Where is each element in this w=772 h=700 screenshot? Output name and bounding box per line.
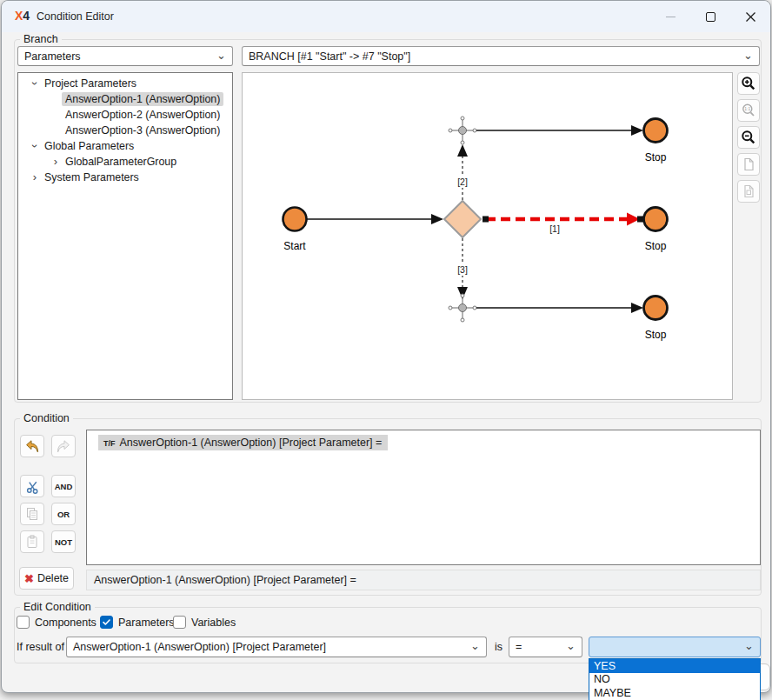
undo-button[interactable] [20,435,44,457]
condition-status-field: AnswerOption-1 (AnswerOption) [Project P… [86,570,761,590]
tree-item-answeroption-3[interactable]: AnswerOption-3 (AnswerOption) [18,123,232,138]
chevron-expanded-icon[interactable]: › [30,77,40,90]
title-bar: X4 Condition Editor [2,1,770,32]
paste-button[interactable] [20,530,44,553]
dropdown-option-maybe[interactable]: MAYBE [589,686,760,700]
tree-item-project-parameters[interactable]: › Project Parameters [18,76,232,91]
zoom-out-icon [741,130,756,145]
tree-item-answeroption-1[interactable]: AnswerOption-1 (AnswerOption) [18,91,232,107]
stop-node-mid[interactable] [644,208,668,231]
process-diagram-canvas[interactable]: [2] [3] [242,72,733,400]
undo-icon [24,439,40,454]
dropdown-option-no[interactable]: NO [589,673,760,687]
copy-button[interactable] [20,503,44,525]
dropdown-option-yes[interactable]: YES [589,659,760,673]
minimize-icon [666,17,676,17]
checkbox-unchecked-icon[interactable] [173,616,186,629]
chevron-collapsed-icon[interactable]: › [29,172,41,183]
or-button[interactable]: OR [51,503,76,525]
branch-legend: Branch [20,33,62,45]
stop-node-bottom[interactable] [644,297,668,320]
redo-button[interactable] [51,435,76,457]
checkbox-variables[interactable]: Variables [173,616,236,629]
tree-item-system-parameters[interactable]: › System Parameters [18,170,232,185]
fit-page-button[interactable] [737,153,760,176]
chevron-collapsed-icon[interactable]: › [50,157,62,167]
parameter-tree: › Project Parameters AnswerOption-1 (Ans… [17,72,233,400]
branch-source-value: Parameters [24,50,81,63]
close-icon [745,11,756,23]
delete-button[interactable]: ✖ Delete [19,567,74,590]
true-false-icon: T/F [103,439,116,448]
fit-selection-button[interactable] [737,180,760,203]
value-combobox[interactable]: ⌄ [589,637,761,657]
checkbox-parameters[interactable]: Parameters [100,616,175,629]
zoom-1-1-icon: 1:1 [741,103,756,118]
chevron-down-icon: ⌄ [744,639,754,652]
screen: X4 Condition Editor Branch Parameters ⌄ … [0,0,772,700]
zoom-in-icon [741,76,756,91]
chevron-down-icon: ⌄ [743,48,753,61]
condition-editor-dialog: X4 Condition Editor Branch Parameters ⌄ … [1,0,771,693]
close-button[interactable] [730,1,770,32]
branch-value: BRANCH [#1 "Start" -> #7 "Stop"] [249,50,410,63]
not-button[interactable]: NOT [51,530,76,553]
operator-combobox[interactable]: = ⌄ [509,637,582,657]
branch-3-label: [3] [457,264,468,275]
process-diagram: [2] [3] [243,73,732,399]
maximize-button[interactable] [690,1,730,32]
if-result-of-label: If result of [17,641,64,653]
checkbox-checked-icon[interactable] [100,616,113,629]
branch-combobox[interactable]: BRANCH [#1 "Start" -> #7 "Stop"] ⌄ [242,46,760,66]
bend-point-handle[interactable] [459,127,467,135]
and-button[interactable]: AND [51,475,76,497]
result-parameter-combobox[interactable]: AnswerOption-1 (AnswerOption) [Project P… [66,637,487,657]
is-label: is [495,641,502,653]
tree-item-answeroption-2[interactable]: AnswerOption-2 (AnswerOption) [18,107,232,123]
paste-icon [24,534,40,550]
edit-condition-legend: Edit Condition [20,601,95,613]
chevron-expanded-icon[interactable]: › [30,140,40,152]
gateway-node[interactable] [444,201,481,237]
cut-icon [25,479,40,494]
condition-legend: Condition [20,412,73,424]
result-parameter-value: AnswerOption-1 (AnswerOption) [Project P… [73,641,326,653]
operator-value: = [516,641,522,653]
condition-expression-list[interactable]: T/FAnswerOption-1 (AnswerOption) [Projec… [86,430,761,565]
bend-point-handle[interactable] [459,304,467,312]
start-node[interactable] [283,208,307,231]
copy-icon [24,506,40,522]
tree-item-global-parameters[interactable]: › Global Parameters [18,138,232,154]
maximize-icon [706,12,715,22]
branch-2-label: [2] [457,177,468,187]
branch-source-combobox[interactable]: Parameters ⌄ [17,46,233,66]
start-node-label: Start [283,240,306,252]
stop-node-top[interactable] [644,119,668,143]
checkbox-unchecked-icon[interactable] [17,616,30,629]
delete-x-icon: ✖ [24,572,34,585]
zoom-out-button[interactable] [737,126,760,149]
fit-page-icon [741,157,756,172]
minimize-button[interactable] [650,1,690,32]
fit-selection-icon [741,183,756,199]
x4-logo-icon: X4 [15,9,30,23]
checkbox-components[interactable]: Components [17,616,96,629]
zoom-in-button[interactable] [737,72,760,95]
value-dropdown-list: YES NO MAYBE [589,658,761,700]
stop-node-label: Stop [645,240,667,252]
stop-node-label: Stop [645,151,667,163]
cut-button[interactable] [20,475,44,497]
condition-expression-item[interactable]: T/FAnswerOption-1 (AnswerOption) [Projec… [98,435,388,450]
chevron-down-icon: ⌄ [566,639,576,652]
window-title: Condition Editor [37,10,114,23]
chevron-down-icon: ⌄ [470,639,480,652]
stop-node-label: Stop [645,329,667,341]
redo-icon [56,439,71,454]
branch-1-label: [1] [549,223,560,234]
zoom-original-button[interactable]: 1:1 [737,99,760,122]
chevron-down-icon: ⌄ [216,48,226,61]
svg-text:1:1: 1:1 [744,106,750,111]
tree-item-globalparametergroup[interactable]: › GlobalParameterGroup [18,154,232,170]
